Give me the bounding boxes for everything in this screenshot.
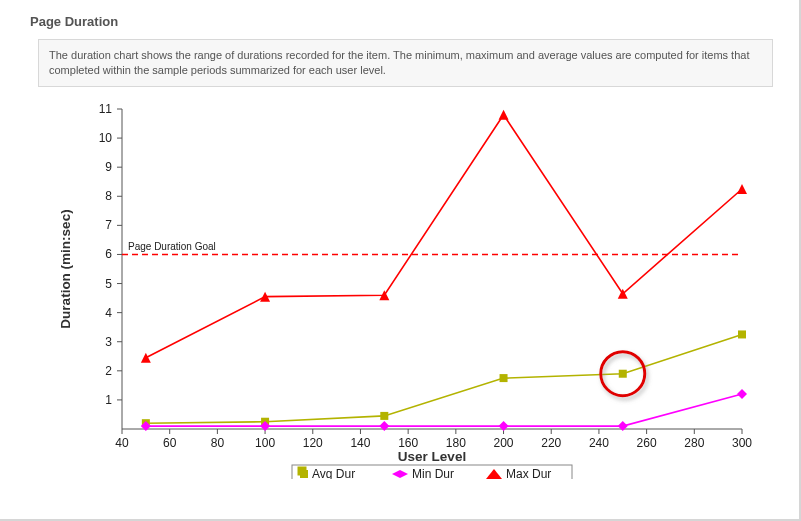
svg-text:40: 40 bbox=[115, 436, 129, 450]
svg-text:280: 280 bbox=[684, 436, 704, 450]
chart-svg: 1234567891011 40608010012014016018020022… bbox=[22, 99, 782, 479]
plot-area bbox=[122, 109, 742, 429]
svg-rect-56 bbox=[500, 374, 508, 382]
svg-text:7: 7 bbox=[105, 218, 112, 232]
legend: Avg Dur Min Dur Max Dur bbox=[292, 465, 572, 479]
svg-text:9: 9 bbox=[105, 160, 112, 174]
svg-text:10: 10 bbox=[99, 131, 113, 145]
svg-text:8: 8 bbox=[105, 189, 112, 203]
svg-text:3: 3 bbox=[105, 334, 112, 348]
svg-rect-63 bbox=[300, 470, 308, 478]
legend-min: Min Dur bbox=[412, 467, 454, 479]
svg-text:5: 5 bbox=[105, 276, 112, 290]
svg-text:160: 160 bbox=[398, 436, 418, 450]
goal-line-label: Page Duration Goal bbox=[128, 241, 216, 252]
svg-text:300: 300 bbox=[732, 436, 752, 450]
line-series bbox=[141, 110, 747, 431]
y-axis-label: Duration (min:sec) bbox=[58, 209, 73, 328]
svg-text:260: 260 bbox=[637, 436, 657, 450]
svg-rect-55 bbox=[380, 412, 388, 420]
svg-text:4: 4 bbox=[105, 305, 112, 319]
panel-description: The duration chart shows the range of du… bbox=[38, 39, 773, 87]
svg-text:240: 240 bbox=[589, 436, 609, 450]
svg-text:60: 60 bbox=[163, 436, 177, 450]
svg-text:80: 80 bbox=[211, 436, 225, 450]
svg-text:100: 100 bbox=[255, 436, 275, 450]
svg-text:220: 220 bbox=[541, 436, 561, 450]
legend-avg: Avg Dur bbox=[312, 467, 355, 479]
svg-text:1: 1 bbox=[105, 393, 112, 407]
page-duration-panel: Page Duration The duration chart shows t… bbox=[0, 0, 801, 521]
svg-text:6: 6 bbox=[105, 247, 112, 261]
duration-chart: 1234567891011 40608010012014016018020022… bbox=[22, 99, 782, 479]
svg-text:140: 140 bbox=[350, 436, 370, 450]
svg-text:180: 180 bbox=[446, 436, 466, 450]
svg-text:2: 2 bbox=[105, 364, 112, 378]
svg-text:11: 11 bbox=[99, 102, 113, 116]
svg-rect-57 bbox=[619, 369, 627, 377]
y-axis-ticks: 1234567891011 bbox=[99, 102, 122, 407]
svg-text:120: 120 bbox=[303, 436, 323, 450]
x-axis-label: User Level bbox=[398, 449, 466, 464]
x-axis-ticks: 406080100120140160180200220240260280300 bbox=[115, 429, 752, 450]
panel-title: Page Duration bbox=[30, 14, 787, 29]
svg-text:200: 200 bbox=[494, 436, 514, 450]
svg-rect-58 bbox=[738, 330, 746, 338]
goal-line: Page Duration Goal bbox=[122, 241, 742, 254]
legend-max: Max Dur bbox=[506, 467, 551, 479]
